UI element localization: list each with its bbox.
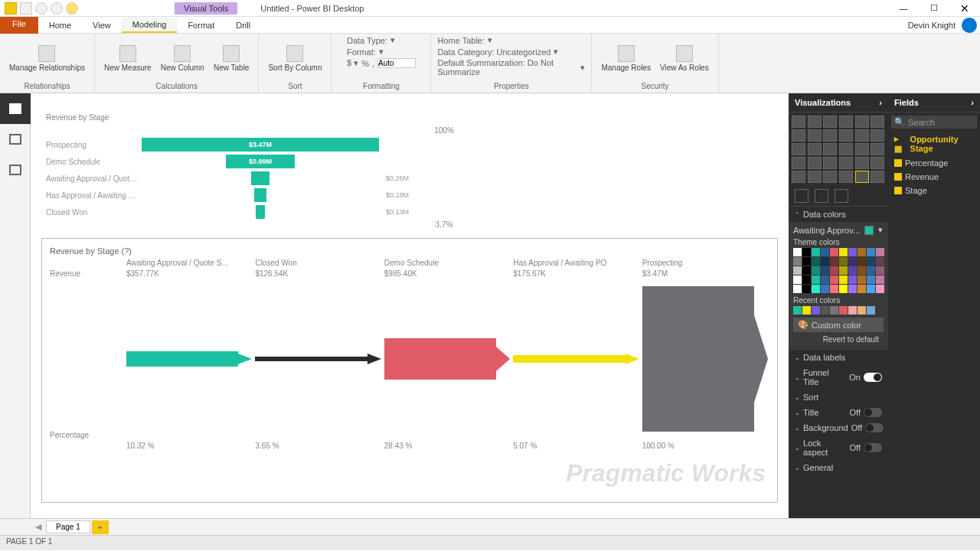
chevron-down-icon[interactable]: ▾ — [878, 225, 883, 235]
vis-type-icon[interactable] — [855, 129, 869, 142]
theme-shade-swatch[interactable] — [839, 276, 848, 284]
tab-format[interactable]: Format — [177, 18, 225, 32]
funnel-chart[interactable]: Revenue by Stage 100% Prospecting$3.47MD… — [41, 109, 778, 233]
funnel-bar[interactable]: $3.47M — [142, 138, 379, 152]
theme-shade-swatch[interactable] — [793, 257, 802, 266]
add-page-button[interactable]: + — [92, 520, 109, 534]
tab-home[interactable]: Home — [38, 18, 82, 32]
vis-type-icon[interactable] — [823, 143, 837, 155]
theme-swatch[interactable] — [858, 248, 866, 256]
recent-swatch[interactable] — [821, 306, 829, 315]
vis-type-icon[interactable] — [855, 157, 869, 169]
field-checkbox[interactable] — [894, 187, 902, 194]
sort-by-column-button[interactable]: Sort By Column — [265, 44, 325, 73]
theme-shade-swatch[interactable] — [821, 257, 829, 266]
theme-shade-swatch[interactable] — [848, 266, 857, 275]
fields-search-input[interactable]: 🔍Search — [891, 116, 977, 129]
theme-shade-swatch[interactable] — [802, 276, 811, 284]
vis-type-icon[interactable] — [855, 116, 869, 128]
prev-page-button[interactable]: ◀ — [31, 522, 46, 532]
tab-drill[interactable]: Drill — [225, 18, 261, 32]
vis-type-icon[interactable] — [871, 171, 884, 183]
default-summarization-label[interactable]: Default Summarization: Do Not Summarize — [437, 58, 577, 77]
field-checkbox[interactable] — [894, 173, 902, 181]
theme-shade-swatch[interactable] — [876, 276, 884, 284]
theme-swatch[interactable] — [821, 248, 829, 256]
comma-button[interactable]: , — [372, 59, 374, 68]
theme-shade-swatch[interactable] — [867, 285, 875, 293]
theme-shade-swatch[interactable] — [858, 276, 866, 284]
vis-type-icon[interactable] — [871, 129, 884, 142]
theme-shade-swatch[interactable] — [876, 266, 884, 275]
recent-swatch[interactable] — [830, 306, 838, 315]
theme-shade-swatch[interactable] — [830, 285, 838, 293]
theme-shade-swatch[interactable] — [830, 266, 838, 275]
vis-type-icon[interactable] — [823, 129, 837, 142]
theme-shade-swatch[interactable] — [867, 276, 875, 284]
vis-type-icon[interactable] — [823, 171, 837, 183]
theme-swatch[interactable] — [802, 248, 811, 256]
hv-column[interactable]: Demo Schedule$985.40K 28.43 % — [383, 259, 511, 450]
vis-type-icon[interactable] — [871, 157, 884, 169]
recent-swatch[interactable] — [858, 306, 866, 315]
sort-section[interactable]: ⌄Sort — [789, 390, 888, 405]
fields-tab-icon[interactable] — [795, 189, 808, 203]
theme-swatch[interactable] — [812, 248, 820, 256]
vis-type-icon[interactable] — [839, 157, 853, 169]
model-view-button[interactable] — [0, 155, 31, 185]
color-swatch-current[interactable] — [864, 226, 874, 235]
currency-button[interactable]: $ ▾ — [347, 58, 358, 68]
theme-shade-swatch[interactable] — [802, 266, 811, 275]
user-name[interactable]: Devin Knight — [908, 21, 962, 30]
vis-type-icon[interactable] — [871, 143, 884, 155]
funnel-bar[interactable] — [251, 171, 269, 185]
recent-swatch[interactable] — [793, 306, 802, 315]
manage-roles-button[interactable]: Manage Roles — [598, 44, 653, 73]
chevron-right-icon[interactable]: › — [879, 98, 882, 107]
vis-type-icon[interactable] — [792, 157, 805, 169]
hv-column[interactable]: Prospecting$3.47M 100.00 % — [641, 259, 769, 450]
theme-shade-swatch[interactable] — [839, 285, 848, 293]
custom-color-button[interactable]: 🎨Custom color — [793, 318, 884, 332]
vis-type-icon[interactable] — [808, 129, 822, 142]
theme-shade-swatch[interactable] — [867, 257, 875, 266]
page-tab-1[interactable]: Page 1 — [46, 520, 90, 533]
vis-type-icon[interactable] — [823, 116, 837, 128]
recent-swatch[interactable] — [848, 306, 857, 315]
horizontal-funnel-visual[interactable]: Revenue by Stage (?) Revenue Percentage … — [41, 238, 778, 503]
vis-type-icon[interactable] — [823, 157, 837, 169]
minimize-button[interactable]: — — [888, 0, 919, 17]
vis-type-icon[interactable] — [808, 143, 822, 155]
feedback-icon[interactable] — [66, 2, 78, 15]
vis-type-icon[interactable] — [792, 143, 805, 155]
lock-aspect-section[interactable]: ⌄Lock aspectOff — [789, 435, 888, 460]
data-category-label[interactable]: Data Category: Uncategorized — [437, 47, 550, 57]
theme-shade-swatch[interactable] — [793, 266, 802, 275]
theme-shade-swatch[interactable] — [858, 285, 866, 293]
vis-type-icon[interactable] — [792, 129, 805, 142]
theme-shade-swatch[interactable] — [821, 266, 829, 275]
hv-column[interactable]: Awaiting Approval / Quote S…$357.77K 10.… — [125, 259, 253, 450]
vis-type-icon[interactable] — [839, 116, 853, 128]
recent-swatch[interactable] — [839, 306, 848, 315]
vis-type-icon[interactable] — [855, 143, 869, 155]
chevron-right-icon[interactable]: › — [971, 98, 974, 107]
manage-relationships-button[interactable]: Manage Relationships — [6, 44, 88, 73]
theme-swatch[interactable] — [830, 248, 838, 256]
theme-shade-swatch[interactable] — [839, 266, 848, 275]
funnel-title-section[interactable]: ⌄Funnel TitleOn — [789, 365, 888, 390]
recent-swatch[interactable] — [802, 306, 811, 315]
theme-shade-swatch[interactable] — [821, 285, 829, 293]
theme-shade-swatch[interactable] — [830, 257, 838, 266]
theme-shade-swatch[interactable] — [812, 276, 820, 284]
theme-shade-swatch[interactable] — [812, 266, 820, 275]
vis-type-icon[interactable] — [839, 143, 853, 155]
funnel-bar[interactable]: $0.99M — [226, 155, 294, 168]
vis-type-icon[interactable] — [871, 116, 884, 128]
theme-shade-swatch[interactable] — [821, 276, 829, 284]
vis-type-icon[interactable] — [808, 171, 822, 183]
theme-swatch[interactable] — [867, 248, 875, 256]
vis-type-icon[interactable] — [855, 171, 869, 183]
undo-icon[interactable] — [35, 2, 47, 15]
hv-column[interactable]: Closed Won$126.54K 3.65 % — [253, 259, 382, 450]
